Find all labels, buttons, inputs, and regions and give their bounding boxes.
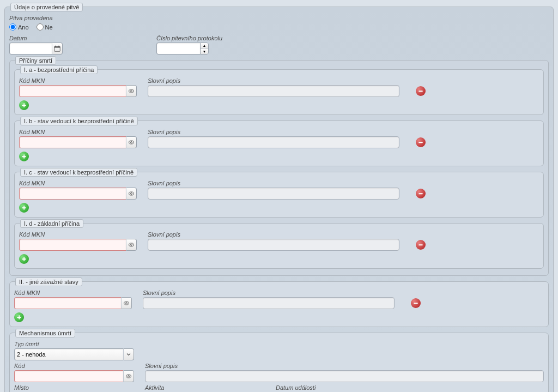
popis-label: Slovní popis [148, 77, 399, 84]
kod-label: Kód MKN [19, 77, 137, 84]
add-row-icon[interactable] [19, 152, 29, 161]
svg-rect-21 [414, 303, 418, 304]
svg-point-20 [126, 303, 128, 304]
mechanism-fieldset: Mechanismus úmrtí Typ úmrtí Kód Sl [9, 333, 549, 392]
kod-input-2[interactable] [14, 297, 121, 309]
autopsy-performed-group: Ano Ne [9, 23, 549, 31]
protocol-input[interactable] [156, 43, 200, 55]
svg-rect-2 [55, 46, 56, 47]
remove-row-icon[interactable] [416, 137, 426, 147]
popis-input-2 [143, 297, 395, 309]
type-combo[interactable] [14, 348, 123, 360]
cause-group-1c-legend: I. c - stav vedoucí k bezprostřední příč… [20, 168, 137, 177]
mech-kod-input[interactable] [14, 370, 123, 382]
autopsy-fieldset: Údaje o provedené pitvě Pitva provedena … [4, 7, 554, 392]
lookup-icon[interactable] [121, 297, 132, 309]
protocol-label: Číslo pitevního protokolu [156, 35, 226, 41]
calendar-icon[interactable] [52, 43, 63, 55]
popis-input-1d [148, 239, 399, 251]
causes-fieldset: Příčiny smrtí I. a - bezprostřední příči… [9, 60, 549, 276]
mech-kod-label: Kód [14, 363, 134, 369]
mech-popis-label: Slovní popis [145, 363, 544, 369]
autopsy-legend: Údaje o provedené pitvě [10, 3, 83, 11]
remove-row-icon[interactable] [416, 189, 426, 198]
add-row-icon[interactable] [14, 312, 24, 322]
misto-label: Místo [14, 384, 134, 391]
svg-point-12 [131, 193, 132, 195]
kod-input-1b[interactable] [19, 136, 126, 148]
cause-group-1d-legend: I. d - základní příčina [20, 219, 83, 228]
autopsy-performed-label: Pitva provedena [9, 15, 549, 21]
add-row-icon[interactable] [19, 254, 29, 264]
cause-group-1d: I. d - základní příčina Kód MKN Slovní p… [14, 223, 544, 269]
lookup-icon[interactable] [123, 370, 134, 382]
mechanism-legend: Mechanismus úmrtí [15, 329, 75, 337]
lookup-icon[interactable] [126, 136, 137, 148]
add-row-icon[interactable] [19, 203, 29, 213]
svg-rect-11 [22, 156, 26, 157]
svg-rect-5 [418, 91, 423, 92]
kod-input-1d[interactable] [19, 239, 126, 251]
autopsy-date-input[interactable] [9, 43, 52, 55]
spinner-up-icon[interactable]: ▲ [201, 43, 208, 49]
svg-rect-7 [22, 105, 26, 106]
type-label: Typ úmrtí [14, 341, 134, 347]
cause-group-2-legend: II. - jiné závažné stavy [15, 278, 82, 286]
datum-udalosti-label: Datum události [276, 384, 341, 391]
svg-point-24 [128, 376, 130, 377]
kod-input-1a[interactable] [19, 85, 126, 97]
date-label: Datum [9, 35, 75, 41]
remove-row-icon[interactable] [411, 298, 421, 308]
radio-yes-input[interactable] [9, 23, 16, 31]
radio-no-input[interactable] [37, 23, 44, 31]
cause-group-2: II. - jiné závažné stavy Kód MKN Slovní … [9, 281, 549, 327]
popis-input-1c [148, 188, 399, 200]
cause-group-1a: I. a - bezprostřední příčina Kód MKN Slo… [14, 69, 544, 115]
mech-popis-input [145, 370, 544, 382]
svg-rect-9 [418, 142, 423, 143]
spinner-down-icon[interactable]: ▼ [201, 49, 208, 55]
svg-rect-3 [58, 46, 59, 47]
cause-group-1a-legend: I. a - bezprostřední příčina [20, 65, 98, 74]
causes-legend: Příčiny smrtí [15, 56, 56, 65]
remove-row-icon[interactable] [416, 86, 426, 96]
protocol-spinner: ▲ ▼ [200, 43, 209, 55]
kod-input-1c[interactable] [19, 188, 126, 200]
lookup-icon[interactable] [126, 239, 137, 251]
chevron-down-icon[interactable] [123, 348, 134, 360]
lookup-icon[interactable] [126, 85, 137, 97]
popis-input-1b [148, 136, 399, 148]
popis-input-1a [148, 85, 399, 97]
svg-rect-23 [17, 317, 21, 318]
svg-point-16 [131, 244, 132, 246]
svg-point-8 [131, 142, 132, 143]
radio-no[interactable]: Ne [37, 23, 53, 31]
cause-group-1b: I. b - stav vedoucí k bezprostřední příč… [14, 120, 544, 166]
svg-rect-15 [22, 207, 26, 208]
lookup-icon[interactable] [126, 188, 137, 200]
add-row-icon[interactable] [19, 100, 29, 110]
radio-yes[interactable]: Ano [9, 23, 29, 31]
aktivita-label: Aktivita [145, 384, 265, 391]
svg-rect-17 [418, 244, 423, 245]
cause-group-1b-legend: I. b - stav vedoucí k bezprostřední příč… [20, 117, 138, 125]
svg-rect-13 [418, 193, 423, 194]
remove-row-icon[interactable] [416, 240, 426, 250]
cause-group-1c: I. c - stav vedoucí k bezprostřední příč… [14, 172, 544, 218]
svg-point-4 [131, 91, 132, 92]
svg-rect-19 [22, 258, 26, 260]
